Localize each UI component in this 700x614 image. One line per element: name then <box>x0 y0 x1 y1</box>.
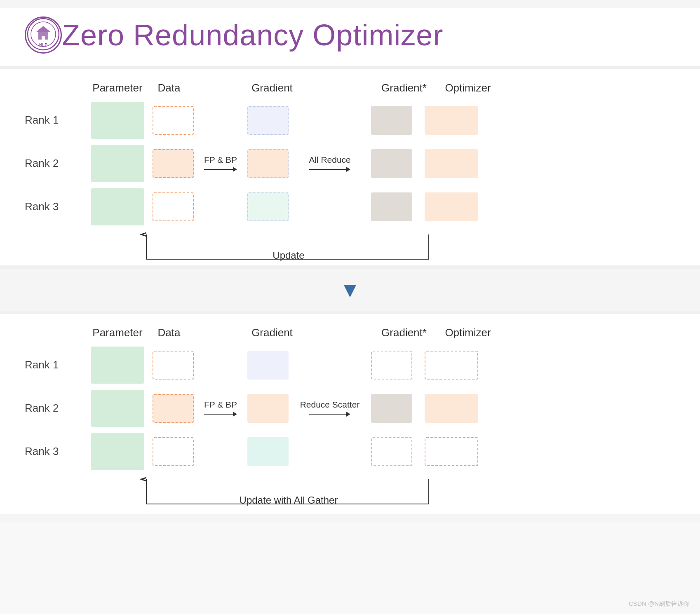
bot-r2-optimizer-box <box>425 394 478 423</box>
svg-marker-3 <box>36 26 51 32</box>
top-r3-grad-box <box>247 192 289 221</box>
top-r2-data-box <box>153 149 194 178</box>
top-r3-data-box <box>153 192 194 221</box>
top-col-optimizer: Optimizer <box>445 82 491 94</box>
bot-rank3-row: Rank 3 <box>25 430 675 473</box>
bottom-update-section: Update with All Gather <box>91 473 675 506</box>
top-rank2-row: Rank 2 FP & BP All Reduc <box>25 142 675 185</box>
top-rank3-row: Rank 3 <box>25 185 675 228</box>
top-fpbp-label: FP & BP <box>204 155 237 165</box>
divider-bottom <box>0 311 700 314</box>
top-r3-gradstar-box <box>371 192 412 221</box>
top-col-gradstar: Gradient* <box>381 82 427 94</box>
bot-r1-grad-box <box>247 351 289 380</box>
down-arrow-icon: ▼ <box>339 279 360 300</box>
top-allreduce-arrow: All Reduce <box>289 155 371 172</box>
top-rank3-label: Rank 3 <box>25 200 91 213</box>
watermark: CSDN @N刷后告诉你 <box>629 600 690 608</box>
top-r1-data-box <box>153 106 194 135</box>
bot-fpbp-label: FP & BP <box>204 400 237 410</box>
bottom-diagram-body: Rank 1 Rank 2 <box>25 343 675 473</box>
top-r2-gradstar-box <box>371 149 412 178</box>
bottom-col-headers: Parameter Data Gradient Gradient* Optimi… <box>25 326 675 339</box>
top-col-param: Parameter <box>92 82 142 94</box>
bot-r1-gradstar-box <box>371 351 412 380</box>
bot-reducescatter-arrow: Reduce Scatter <box>289 400 371 417</box>
top-rank1-label: Rank 1 <box>25 114 91 127</box>
top-diagram-section: Parameter Data Gradient Gradient* Optimi… <box>0 66 700 265</box>
bottom-update-text: Update with All Gather <box>240 494 338 506</box>
bot-reducescatter-label: Reduce Scatter <box>300 400 360 410</box>
top-rank2-label: Rank 2 <box>25 157 91 170</box>
bot-rank2-label: Rank 2 <box>25 402 91 415</box>
bot-col-gradstar: Gradient* <box>381 326 427 339</box>
top-r1-gradstar-box <box>371 106 412 135</box>
top-r1-grad-box <box>247 106 289 135</box>
header: NLP Zero Redundancy Optimizer <box>0 8 700 66</box>
bot-r3-gradstar-box <box>371 437 412 466</box>
bot-r2-gradstar-box <box>371 394 412 423</box>
top-col-headers: Parameter Data Gradient Gradient* Optimi… <box>25 82 675 94</box>
top-col-gradient: Gradient <box>251 82 293 94</box>
top-diagram-body: Rank 1 Rank 2 <box>25 98 675 228</box>
bot-r3-data-box <box>153 437 194 466</box>
bottom-diagram-section: Parameter Data Gradient Gradient* Optimi… <box>0 314 700 514</box>
bot-r2-grad-box <box>247 394 289 423</box>
bot-col-data: Data <box>158 326 181 339</box>
top-fpbp-arrow: FP & BP <box>194 155 247 172</box>
top-allreduce-label: All Reduce <box>309 155 351 165</box>
top-r3-param-box <box>91 188 144 225</box>
bot-col-param: Parameter <box>92 326 142 339</box>
bot-fpbp-arrow: FP & BP <box>194 400 247 417</box>
page-title: Zero Redundancy Optimizer <box>62 18 443 52</box>
top-r1-param-box <box>91 102 144 139</box>
top-col-data: Data <box>158 82 181 94</box>
top-r2-param-box <box>91 145 144 182</box>
top-r3-optimizer-box <box>425 192 478 221</box>
bot-r3-grad-box <box>247 437 289 466</box>
logo-text: NLP <box>27 18 60 53</box>
top-update-text: Update <box>272 250 304 261</box>
top-update-section: Update <box>91 228 675 261</box>
svg-rect-4 <box>42 36 45 40</box>
bot-rank1-row: Rank 1 <box>25 343 675 387</box>
top-r2-optimizer-box <box>425 149 478 178</box>
bot-r2-data-box <box>153 394 194 423</box>
bot-r3-optimizer-box <box>425 437 478 466</box>
bot-r1-optimizer-box <box>425 351 478 380</box>
top-rank1-row: Rank 1 <box>25 98 675 142</box>
divider-top <box>0 265 700 269</box>
top-r1-optimizer-box <box>425 106 478 135</box>
top-r2-grad-box <box>247 149 289 178</box>
bot-col-optimizer: Optimizer <box>445 326 491 339</box>
bot-rank2-row: Rank 2 FP & BP Reduce Scatter <box>25 387 675 430</box>
bot-r3-param-box <box>91 433 144 470</box>
bot-r2-param-box <box>91 390 144 427</box>
bot-r1-param-box <box>91 347 144 384</box>
page: NLP Zero Redundancy Optimizer Parameter … <box>0 0 700 523</box>
down-arrow-section: ▼ <box>0 269 700 311</box>
bot-r1-data-box <box>153 351 194 380</box>
svg-text:NLP: NLP <box>39 43 47 47</box>
logo: NLP <box>25 16 62 54</box>
bot-rank1-label: Rank 1 <box>25 359 91 371</box>
bot-rank3-label: Rank 3 <box>25 445 91 458</box>
top-update-svg <box>91 228 544 261</box>
bot-col-gradient: Gradient <box>251 326 293 339</box>
